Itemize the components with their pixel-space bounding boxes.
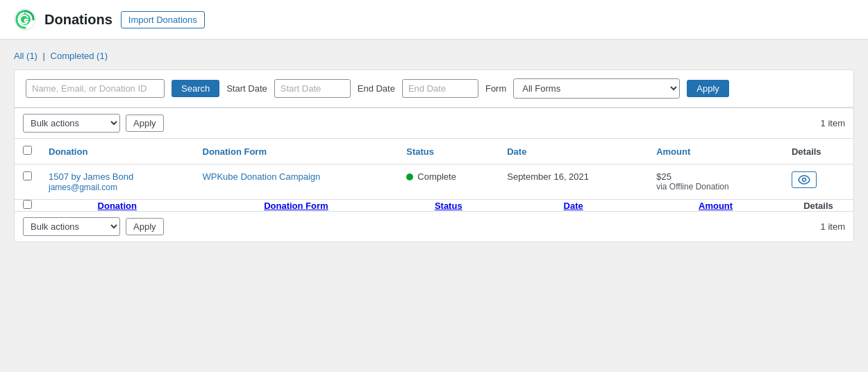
table-body: 1507 by James Bond james@gmail.com WPKub…: [15, 164, 853, 200]
footer-col-date-link[interactable]: Date: [564, 201, 583, 211]
col-date: Date: [499, 139, 648, 164]
col-status-link[interactable]: Status: [406, 146, 434, 157]
filter-separator: |: [43, 51, 45, 61]
select-all-col[interactable]: [15, 139, 40, 164]
import-donations-button[interactable]: Import Donations: [121, 11, 205, 28]
footer-checkbox-col[interactable]: [15, 200, 40, 212]
col-amount-link[interactable]: Amount: [656, 146, 690, 157]
col-details: Details: [783, 139, 853, 164]
form-label: Form: [485, 83, 506, 94]
bulk-actions-select-bottom[interactable]: Bulk actions: [23, 217, 120, 236]
footer-col-donation-link[interactable]: Donation: [98, 201, 137, 211]
main-content: All (1) | Completed (1) Search Start Dat…: [0, 40, 868, 253]
footer-col-donation: Donation: [40, 200, 194, 212]
end-date-input[interactable]: [402, 79, 478, 98]
filter-bar: Search Start Date End Date Form All Form…: [14, 69, 854, 108]
row-form-cell: WPKube Donation Campaign: [194, 164, 399, 200]
status-text: Complete: [417, 171, 456, 182]
footer-col-amount: Amount: [648, 200, 783, 212]
donation-id-link[interactable]: 1507 by James Bond: [49, 171, 133, 182]
row-status-cell: Complete: [398, 164, 499, 200]
table-header: Donation Donation Form Status Date Amoun…: [15, 139, 853, 164]
footer-select-all-checkbox[interactable]: [23, 200, 32, 209]
end-date-label: End Date: [358, 83, 395, 94]
col-date-link[interactable]: Date: [507, 146, 526, 157]
row-donation-cell: 1507 by James Bond james@gmail.com: [40, 164, 194, 200]
row-date-cell: September 16, 2021: [499, 164, 648, 200]
table-header-row: Donation Donation Form Status Date Amoun…: [15, 139, 853, 164]
col-amount: Amount: [648, 139, 783, 164]
bulk-actions-bottom: Bulk actions Apply 1 item: [15, 211, 853, 242]
table-footer: Donation Donation Form Status Date Amoun…: [15, 200, 853, 212]
row-amount-cell: $25 via Offline Donation: [648, 164, 783, 200]
amount-value: $25: [656, 171, 775, 182]
table-wrapper: Bulk actions Apply 1 item Donation Donat…: [14, 108, 854, 242]
footer-col-details: Details: [783, 200, 853, 212]
bulk-actions-select-top[interactable]: Bulk actions: [23, 114, 120, 133]
col-donation: Donation: [40, 139, 194, 164]
col-donation-link[interactable]: Donation: [49, 146, 87, 157]
footer-col-amount-link[interactable]: Amount: [699, 201, 733, 211]
row-checkbox[interactable]: [23, 171, 32, 180]
donations-table: Donation Donation Form Status Date Amoun…: [15, 139, 853, 211]
amount-note: via Offline Donation: [656, 182, 775, 192]
status-indicator: Complete: [406, 171, 490, 182]
search-input[interactable]: [26, 79, 165, 98]
footer-col-status: Status: [398, 200, 499, 212]
row-details-cell: [783, 164, 853, 200]
item-count-bottom: 1 item: [821, 221, 845, 232]
bulk-apply-button-bottom[interactable]: Apply: [126, 218, 164, 235]
page-header: Donations Import Donations: [0, 0, 868, 40]
footer-col-form: Donation Form: [194, 200, 399, 212]
filter-links: All (1) | Completed (1): [14, 51, 854, 61]
footer-col-date: Date: [499, 200, 648, 212]
donor-email-link[interactable]: james@gmail.com: [49, 183, 117, 192]
col-donation-form: Donation Form: [194, 139, 399, 164]
app-logo: [14, 8, 36, 31]
bulk-apply-button-top[interactable]: Apply: [126, 115, 164, 132]
form-select[interactable]: All Forms: [513, 78, 680, 99]
footer-col-status-link[interactable]: Status: [435, 201, 462, 211]
svg-point-2: [802, 178, 806, 182]
start-date-input[interactable]: [274, 79, 351, 98]
start-date-label: Start Date: [226, 83, 267, 94]
col-status: Status: [398, 139, 499, 164]
table-footer-row: Donation Donation Form Status Date Amoun…: [15, 200, 853, 212]
filter-apply-button[interactable]: Apply: [687, 80, 729, 97]
select-all-checkbox[interactable]: [23, 146, 32, 155]
col-donation-form-link[interactable]: Donation Form: [203, 146, 267, 157]
filter-completed-link[interactable]: Completed (1): [51, 51, 108, 61]
item-count-top: 1 item: [821, 118, 845, 128]
filter-all-link[interactable]: All (1): [14, 51, 37, 61]
eye-icon: [798, 175, 810, 185]
page-title: Donations: [44, 12, 112, 28]
donation-form-link[interactable]: WPKube Donation Campaign: [203, 171, 321, 182]
bulk-actions-top: Bulk actions Apply 1 item: [15, 108, 853, 139]
footer-col-form-link[interactable]: Donation Form: [264, 201, 328, 211]
row-checkbox-cell[interactable]: [15, 164, 40, 200]
status-dot: [406, 174, 413, 180]
view-details-button[interactable]: [792, 171, 817, 188]
search-button[interactable]: Search: [172, 80, 219, 97]
table-row: 1507 by James Bond james@gmail.com WPKub…: [15, 164, 853, 200]
